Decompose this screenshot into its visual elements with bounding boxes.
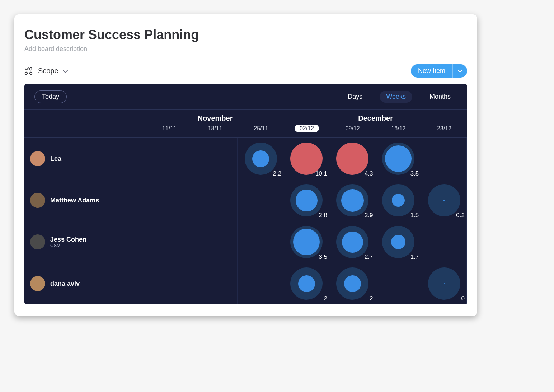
- bubble-inner: [391, 235, 405, 249]
- svg-point-0: [25, 72, 27, 74]
- workload-cell[interactable]: [421, 138, 467, 179]
- week-header: 23/12: [421, 124, 467, 137]
- workload-cell[interactable]: [192, 179, 238, 221]
- week-header: 09/12: [330, 124, 376, 137]
- bubble-value: 2.7: [365, 253, 373, 261]
- board-controls: Today Days Weeks Months: [24, 84, 467, 110]
- person-name: Jess CohenCSM: [50, 236, 86, 248]
- bubble-value: 0: [461, 295, 465, 302]
- bubble-inner: [298, 275, 315, 292]
- view-weeks[interactable]: Weeks: [380, 91, 412, 103]
- avatar: [30, 234, 45, 249]
- person-name: Lea: [50, 155, 61, 163]
- bubble-inner: [385, 145, 412, 172]
- workload-cell[interactable]: 10.1: [284, 138, 330, 179]
- workload-cell[interactable]: [146, 221, 192, 263]
- bubble-ring: [428, 184, 460, 216]
- workload-cell[interactable]: 2: [330, 263, 376, 304]
- bubble-ring: [336, 143, 368, 175]
- scope-label: Scope: [38, 67, 58, 75]
- workload-cell[interactable]: [192, 221, 238, 263]
- week-header: 25/11: [238, 124, 284, 137]
- person-name: dana aviv: [50, 280, 80, 288]
- bubble-value: 10.1: [315, 170, 327, 177]
- bubble: [336, 267, 368, 300]
- bubble: [382, 143, 414, 175]
- person-cell[interactable]: Lea: [24, 138, 146, 179]
- bubble-ring: [336, 267, 368, 300]
- bubble-value: 1.7: [410, 253, 419, 261]
- bubble-inner: [252, 150, 269, 167]
- workload-cell[interactable]: 0: [421, 263, 467, 304]
- scope-icon: [24, 67, 34, 75]
- workload-cell[interactable]: 1.7: [376, 221, 422, 263]
- workload-cell[interactable]: [146, 138, 192, 179]
- bubble: [290, 184, 323, 216]
- workload-cell[interactable]: 1.5: [376, 179, 422, 221]
- bubble-value: 2.8: [319, 212, 327, 219]
- bubble-value: 2: [324, 295, 327, 302]
- bubble-inner: [344, 275, 361, 292]
- workload-cell[interactable]: 3.5: [284, 221, 330, 263]
- bubble: [382, 226, 414, 258]
- workload-cell[interactable]: 2.7: [330, 221, 376, 263]
- bubble-inner: [293, 229, 320, 255]
- bubble: [428, 267, 460, 300]
- workload-cell[interactable]: [192, 263, 238, 304]
- scope-dropdown[interactable]: Scope: [24, 67, 68, 75]
- month-label: December: [284, 110, 467, 124]
- bubble: [336, 226, 368, 258]
- workload-cell[interactable]: 0.2: [421, 179, 467, 221]
- workload-cell[interactable]: 3.5: [376, 138, 422, 179]
- workload-cell[interactable]: [146, 179, 192, 221]
- workload-cell[interactable]: 2.8: [284, 179, 330, 221]
- bubble-ring: [290, 267, 323, 300]
- bubble: [336, 143, 368, 175]
- svg-point-2: [30, 72, 32, 74]
- view-months[interactable]: Months: [423, 91, 457, 103]
- workload-cell[interactable]: 2.9: [330, 179, 376, 221]
- avatar: [30, 193, 45, 208]
- new-item-label[interactable]: New Item: [411, 64, 453, 78]
- workload-cell[interactable]: [146, 263, 192, 304]
- workload-board: Today Days Weeks Months November Decembe…: [24, 84, 467, 304]
- bubble-ring: [290, 226, 323, 258]
- week-header: 11/11: [146, 124, 192, 137]
- bubble-ring: [336, 226, 368, 258]
- workload-cell[interactable]: 2.2: [238, 138, 284, 179]
- workload-cell[interactable]: [376, 263, 422, 304]
- bubble-value: 3.5: [319, 253, 327, 261]
- page-title: Customer Success Planning: [24, 27, 467, 42]
- bubble-value: 2.9: [365, 212, 373, 219]
- bubble-value: 2: [370, 295, 373, 302]
- bubble-ring: [336, 184, 368, 216]
- workload-cell[interactable]: [238, 263, 284, 304]
- bubble-ring: [382, 184, 414, 216]
- person-cell[interactable]: Jess CohenCSM: [24, 221, 146, 263]
- today-button[interactable]: Today: [34, 90, 67, 103]
- bubble: [245, 143, 277, 175]
- chevron-down-icon: [63, 68, 68, 75]
- workload-cell[interactable]: [238, 179, 284, 221]
- week-header-current: 02/12: [284, 124, 330, 137]
- new-item-chevron[interactable]: [453, 64, 467, 78]
- workload-cell[interactable]: [192, 138, 238, 179]
- person-cell[interactable]: Matthew Adams: [24, 179, 146, 221]
- bubble: [336, 184, 368, 216]
- new-item-button[interactable]: New Item: [411, 64, 467, 78]
- view-days[interactable]: Days: [341, 91, 369, 103]
- workload-cell[interactable]: [238, 221, 284, 263]
- board-card: Customer Success Planning Add board desc…: [14, 14, 477, 316]
- bubble-ring: [382, 143, 414, 175]
- bubble-inner: [341, 189, 364, 212]
- svg-point-1: [30, 67, 32, 70]
- workload-cell[interactable]: 4.3: [330, 138, 376, 179]
- workload-cell[interactable]: [421, 221, 467, 263]
- bubble-value: 3.5: [410, 170, 419, 177]
- page-description[interactable]: Add board description: [24, 45, 467, 53]
- avatar: [30, 276, 45, 291]
- bubble-inner: [444, 283, 445, 284]
- person-cell[interactable]: dana aviv: [24, 263, 146, 304]
- timeline-sidebar-head: [24, 110, 146, 137]
- workload-cell[interactable]: 2: [284, 263, 330, 304]
